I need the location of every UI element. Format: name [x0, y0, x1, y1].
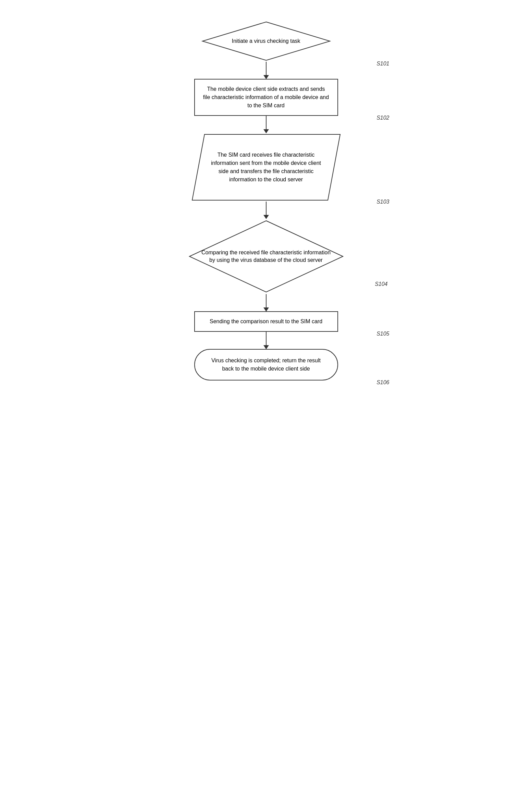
step-s103-shape: The SIM card receives file characteristi…	[191, 133, 342, 202]
step-s106-text: Virus checking is completed; return the …	[211, 358, 321, 372]
step-s103-text: The SIM card receives file characteristi…	[191, 144, 342, 191]
step-s105-container: Sending the comparison result to the SIM…	[146, 311, 386, 332]
step-s105-text: Sending the comparison result to the SIM…	[210, 318, 322, 324]
step-s102-text: The mobile device client side extracts a…	[203, 86, 329, 108]
step-s103-label: S103	[376, 199, 389, 205]
step-s106-label: S106	[376, 379, 389, 386]
step-s103-container: The SIM card receives file characteristi…	[146, 133, 386, 202]
step-s101-container: Initiate a virus checking task S101	[146, 21, 386, 62]
step-s104-text: Comparing the received file characterist…	[187, 245, 345, 268]
arrow-4	[266, 294, 267, 311]
arrow-1	[266, 62, 267, 79]
step-s104-container: Comparing the received file characterist…	[146, 219, 386, 294]
step-s104-shape: Comparing the received file characterist…	[187, 219, 345, 294]
step-s101-text: Initiate a virus checking task	[218, 34, 314, 48]
step-s102-shape: The mobile device client side extracts a…	[194, 79, 338, 116]
step-s104: Comparing the received file characterist…	[146, 219, 386, 294]
arrow-3	[266, 202, 267, 219]
step-s105: Sending the comparison result to the SIM…	[146, 311, 386, 332]
step-s102: The mobile device client side extracts a…	[146, 79, 386, 116]
step-s101-label: S101	[376, 61, 389, 67]
step-s105-shape: Sending the comparison result to the SIM…	[194, 311, 338, 332]
arrow-2	[266, 116, 267, 133]
step-s106-container: Virus checking is completed; return the …	[146, 349, 386, 380]
step-s101-shape: Initiate a virus checking task	[201, 21, 331, 62]
step-s103: The SIM card receives file characteristi…	[146, 133, 386, 202]
step-s101: Initiate a virus checking task S101	[146, 21, 386, 62]
step-s102-label: S102	[376, 115, 389, 121]
step-s105-label: S105	[376, 331, 389, 337]
step-s104-label: S104	[375, 281, 387, 287]
step-s106-shape: Virus checking is completed; return the …	[194, 349, 338, 380]
step-s106: Virus checking is completed; return the …	[146, 349, 386, 380]
arrow-5	[266, 332, 267, 349]
flowchart: Initiate a virus checking task S101 The …	[146, 21, 386, 380]
step-s102-container: The mobile device client side extracts a…	[146, 79, 386, 116]
